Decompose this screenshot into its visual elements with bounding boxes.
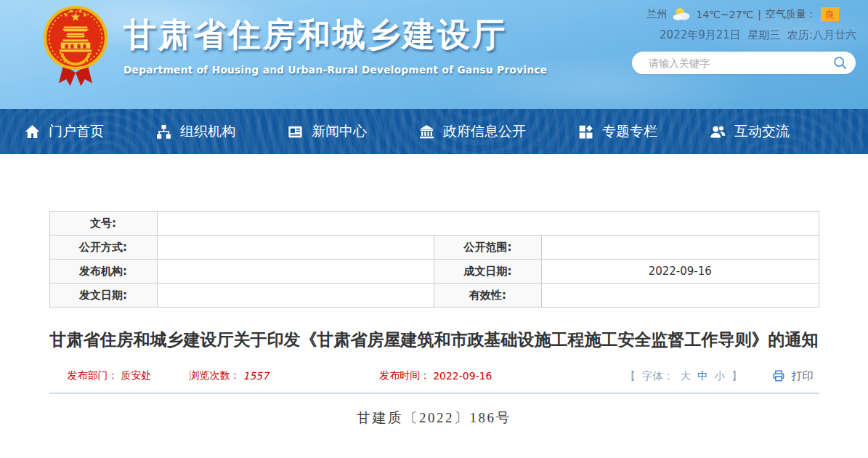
field-value-issuing-agency [157,260,434,284]
nav-item-topics[interactable]: 专题专栏 [577,122,657,141]
nav-item-label: 专题专栏 [602,122,657,141]
print-button[interactable]: 打印 [771,369,814,383]
font-size-large-button[interactable]: 大 [681,369,691,383]
date-line: 2022年9月21日 星期三 农历:八月廿六 [632,28,861,42]
org-chart-icon [155,124,172,140]
weather-separator: | [758,9,761,20]
air-quality-badge: 良 [821,7,839,21]
search-icon[interactable] [832,55,848,71]
users-icon [709,123,726,140]
font-size-label: 字体： [642,369,674,383]
nav-item-organization[interactable]: 组织机构 [155,122,235,141]
doc-number: 甘建质〔2022〕186号 [49,409,819,427]
weather-city: 兰州 [646,8,667,21]
nav-item-home[interactable]: 门户首页 [24,122,104,141]
field-label-validity: 有效性: [434,284,542,308]
doc-info-table: 文号: 公开方式: 公开范围: 发布机构: 成文日期: 2022-09-16 发… [49,211,819,308]
field-value-issue-date [157,284,434,308]
font-size-medium-button[interactable]: 中 [697,369,708,383]
field-value-open-method [157,236,434,260]
nav-item-label: 新闻中心 [312,122,367,141]
field-label-open-method: 公开方式: [49,236,157,260]
topics-grid-icon [577,124,594,140]
print-label: 打印 [792,369,814,383]
field-label-issue-date: 发文日期: [49,284,157,308]
national-emblem-icon [42,4,109,89]
publish-time-label: 发布时间： [379,369,430,382]
nav-item-news[interactable]: 新闻中心 [287,122,367,141]
main-nav: 门户首页 组织机构 新闻中心 政府信息公开 [0,109,868,154]
table-row: 发文日期: 有效性: [49,284,819,308]
sun-cloud-icon [671,7,691,22]
nav-item-label: 门户首页 [49,122,104,141]
nav-item-interact[interactable]: 互动交流 [709,122,790,141]
printer-icon [771,369,786,383]
nav-item-label: 政府信息公开 [443,122,526,141]
field-label-open-scope: 公开范围: [434,236,542,260]
view-count-label: 浏览次数： [190,369,240,382]
gov-building-icon [418,124,435,140]
article-title: 甘肃省住房和城乡建设厅关于印发《甘肃省房屋建筑和市政基础设施工程施工安全监督工作… [49,326,819,353]
field-value-validity [542,284,819,308]
field-label-docno: 文号: [49,212,157,236]
nav-item-label: 互动交流 [734,122,790,141]
field-value-written-date: 2022-09-16 [542,260,819,284]
publish-time-value: 2022-09-16 [433,370,492,382]
national-emblem [42,4,109,89]
table-row: 公开方式: 公开范围: [49,236,819,260]
view-count: 浏览次数： 1557 [190,369,269,382]
nav-item-label: 组织机构 [180,122,235,141]
home-icon [24,124,41,140]
field-label-written-date: 成文日期: [434,260,542,284]
field-label-issuing-agency: 发布机构: [49,260,157,284]
weather-temperature: 14℃~27℃ [696,9,753,20]
header-right-panel: 兰州 14℃~27℃ | 空气质量： 良 2022年9月21日 星期三 农历:八… [632,7,861,74]
article-meta-bar: 发布部门： 质安处 浏览次数： 1557 发布时间： 2022-09-16 【 … [49,366,819,386]
weather-bar: 兰州 14℃~27℃ | 空气质量： 良 [632,7,861,22]
air-quality-label: 空气质量： [766,8,816,21]
search-input[interactable] [647,52,829,74]
site-subtitle: Department of Housing and Urban-Rural De… [123,64,547,76]
nav-item-gov-info[interactable]: 政府信息公开 [418,122,526,141]
publish-time: 发布时间： 2022-09-16 [379,369,492,382]
font-size-small-button[interactable]: 小 [715,369,726,383]
view-count-value: 1557 [243,370,269,382]
publish-dept-value: 质安处 [121,369,152,382]
site-brand[interactable]: 甘肃省住房和城乡建设厅 Department of Housing and Ur… [123,13,547,76]
bracket-open: 【 [625,369,636,383]
site-title: 甘肃省住房和城乡建设厅 [123,13,547,57]
publish-dept: 发布部门： 质安处 [68,369,152,382]
field-value-open-scope [542,236,819,260]
meta-divider [49,393,819,394]
field-value-docno [157,212,819,236]
font-size-controls: 【 字体： 大 中 小 】 [625,369,742,383]
table-row: 文号: [49,212,819,236]
article-page: 文号: 公开方式: 公开范围: 发布机构: 成文日期: 2022-09-16 发… [49,211,819,427]
site-header: 甘肃省住房和城乡建设厅 Department of Housing and Ur… [0,0,868,109]
bracket-close: 】 [731,369,742,383]
table-row: 发布机构: 成文日期: 2022-09-16 [49,260,819,284]
newspaper-icon [287,124,304,140]
search-box [632,52,856,74]
publish-dept-label: 发布部门： [68,369,118,382]
